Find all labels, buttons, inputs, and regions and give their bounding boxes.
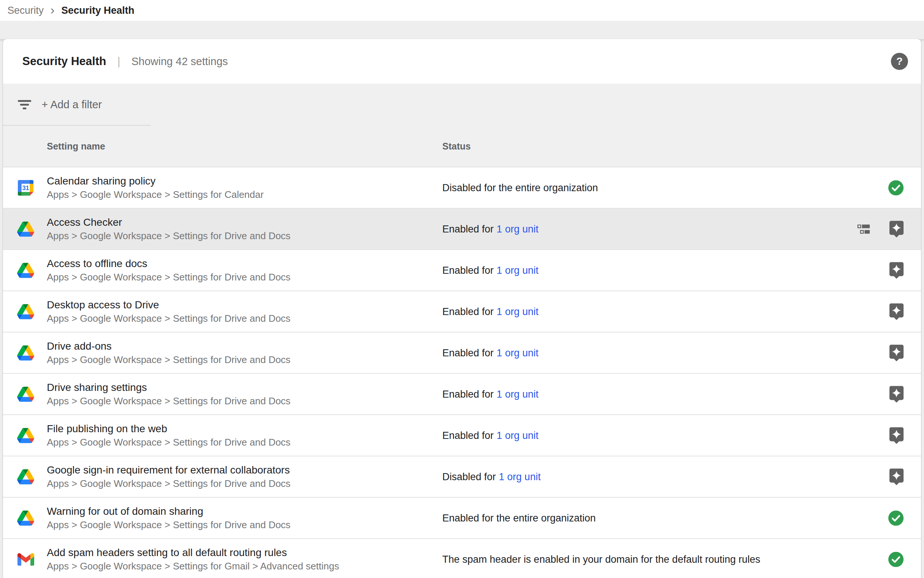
status-text: Enabled for (442, 388, 494, 399)
setting-text-cell: Access to offline docs Apps > Google Wor… (47, 257, 291, 284)
drive-icon (17, 345, 34, 360)
status-cell: Disabled for1 org unit (442, 471, 541, 482)
setting-name: Add spam headers setting to all default … (47, 546, 339, 559)
status-text: Enabled for the entire organization (442, 512, 596, 523)
status-text: Disabled for (442, 471, 496, 482)
app-icon-cell (16, 553, 35, 566)
recommendation-badge-icon[interactable] (890, 344, 903, 361)
app-icon-cell: 31 (16, 180, 35, 196)
table-row[interactable]: Desktop access to Drive Apps > Google Wo… (3, 291, 921, 333)
trailing-icons (890, 468, 903, 485)
setting-name: Drive sharing settings (47, 380, 291, 394)
filter-icon (18, 100, 31, 109)
app-icon-cell (16, 304, 35, 319)
setting-path: Apps > Google Workspace > Settings for D… (47, 477, 291, 490)
add-filter-input[interactable]: + Add a filter (42, 99, 102, 111)
help-icon[interactable]: ? (891, 53, 908, 70)
app-icon-cell (16, 221, 35, 237)
table-row[interactable]: Access to offline docs Apps > Google Wor… (3, 250, 921, 291)
org-unit-link[interactable]: 1 org unit (499, 471, 541, 482)
trailing-icons (888, 180, 903, 195)
column-header-setting-name[interactable]: Setting name (47, 141, 105, 152)
drive-icon (17, 221, 34, 237)
status-cell: Enabled for1 org unit (442, 306, 539, 317)
drive-icon (17, 428, 34, 443)
trailing-icons (890, 386, 903, 403)
setting-text-cell: Desktop access to Drive Apps > Google Wo… (47, 298, 291, 325)
drive-icon (17, 386, 34, 402)
drive-icon (17, 304, 34, 319)
table-row[interactable]: Warning for out of domain sharing Apps >… (3, 498, 921, 539)
table-row[interactable]: Drive sharing settings Apps > Google Wor… (3, 374, 921, 415)
setting-name: Drive add-ons (47, 339, 291, 353)
status-cell: Enabled for the entire organization (442, 512, 596, 524)
setting-text-cell: Drive add-ons Apps > Google Workspace > … (47, 339, 291, 367)
trailing-icons (888, 510, 903, 526)
trailing-icons (890, 262, 903, 279)
table-row[interactable]: Access Checker Apps > Google Workspace >… (3, 209, 921, 250)
check-circle-icon (888, 510, 903, 526)
drive-icon (17, 510, 34, 526)
drive-icon (17, 263, 34, 278)
app-icon-cell (16, 428, 35, 443)
security-health-card: Security Health | Showing 42 settings ? … (3, 39, 921, 578)
trailing-icons (888, 552, 903, 567)
setting-name: File publishing on the web (47, 422, 291, 435)
setting-path: Apps > Google Workspace > Settings for D… (47, 312, 291, 325)
status-cell: Enabled for1 org unit (442, 347, 539, 359)
table-row[interactable]: File publishing on the web Apps > Google… (3, 415, 921, 456)
check-circle-icon (888, 552, 903, 567)
setting-text-cell: Access Checker Apps > Google Workspace >… (47, 215, 291, 243)
table-row[interactable]: Drive add-ons Apps > Google Workspace > … (3, 333, 921, 374)
setting-path: Apps > Google Workspace > Settings for D… (47, 270, 291, 284)
recommendation-badge-icon[interactable] (890, 221, 903, 237)
setting-path: Apps > Google Workspace > Settings for D… (47, 394, 291, 408)
drive-icon (17, 469, 34, 484)
setting-text-cell: Calendar sharing policy Apps > Google Wo… (47, 174, 264, 201)
setting-path: Apps > Google Workspace > Settings for C… (47, 188, 264, 201)
status-text: Enabled for (442, 306, 494, 317)
status-cell: Enabled for1 org unit (442, 430, 539, 441)
trailing-icons (858, 221, 903, 237)
setting-name: Desktop access to Drive (47, 298, 291, 312)
chevron-right-icon: › (50, 3, 55, 17)
gmail-icon (18, 553, 34, 566)
setting-path: Apps > Google Workspace > Settings for D… (47, 435, 291, 449)
setting-name: Google sign-in requirement for external … (47, 463, 291, 477)
recommendation-badge-icon[interactable] (890, 303, 903, 320)
setting-path: Apps > Google Workspace > Settings for D… (47, 518, 291, 532)
table-row[interactable]: Google sign-in requirement for external … (3, 456, 921, 498)
setting-text-cell: Drive sharing settings Apps > Google Wor… (47, 380, 291, 408)
recommendation-badge-icon[interactable] (890, 427, 903, 444)
table-header-row: Setting name Status (3, 126, 921, 167)
app-icon-cell (16, 469, 35, 484)
setting-name: Calendar sharing policy (47, 174, 264, 188)
recommendation-badge-icon[interactable] (890, 386, 903, 403)
status-text: Enabled for (442, 223, 494, 234)
table-row[interactable]: Add spam headers setting to all default … (3, 539, 921, 578)
org-unit-link[interactable]: 1 org unit (497, 388, 539, 399)
breadcrumb-parent-link[interactable]: Security (7, 5, 44, 16)
trailing-icons (890, 344, 903, 361)
recommendation-badge-icon[interactable] (890, 468, 903, 485)
column-header-status[interactable]: Status (442, 141, 471, 152)
org-unit-link[interactable]: 1 org unit (497, 306, 539, 317)
check-circle-icon (888, 180, 903, 195)
trailing-icons (890, 303, 903, 320)
setting-text-cell: Warning for out of domain sharing Apps >… (47, 504, 291, 532)
setting-path: Apps > Google Workspace > Settings for D… (47, 353, 291, 367)
org-unit-link[interactable]: 1 org unit (497, 347, 539, 358)
org-unit-link[interactable]: 1 org unit (497, 430, 539, 441)
setting-text-cell: File publishing on the web Apps > Google… (47, 422, 291, 449)
setting-name: Access Checker (47, 215, 291, 229)
title-separator: | (117, 55, 120, 68)
status-cell: Enabled for1 org unit (442, 388, 539, 400)
app-icon-cell (16, 345, 35, 360)
org-unit-link[interactable]: 1 org unit (497, 265, 539, 276)
recommendation-badge-icon[interactable] (890, 262, 903, 279)
filter-and-header-section: + Add a filter Setting name Status (3, 84, 921, 167)
settings-table-body: 31 Calendar sharing policy Apps > Google… (3, 167, 921, 578)
breadcrumb: Security › Security Health (0, 0, 924, 21)
org-unit-link[interactable]: 1 org unit (497, 223, 539, 234)
table-row[interactable]: 31 Calendar sharing policy Apps > Google… (3, 167, 921, 209)
